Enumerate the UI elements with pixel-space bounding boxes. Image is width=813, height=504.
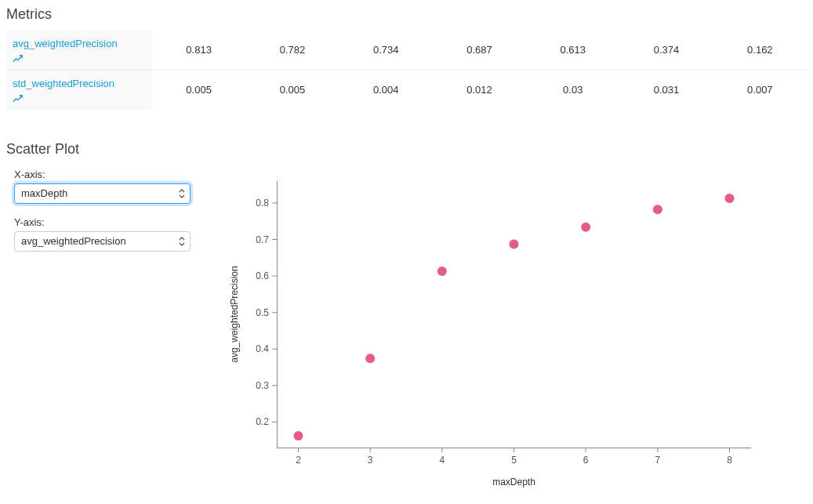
y-tick-label: 0.2	[256, 416, 269, 427]
y-tick-label: 0.5	[256, 306, 269, 317]
x-tick-label: 2	[296, 455, 301, 466]
y-tick-label: 0.6	[256, 270, 269, 281]
x-axis-select[interactable]: maxDepth	[14, 183, 191, 204]
x-tick-label: 7	[655, 455, 660, 466]
x-tick-label: 5	[511, 455, 517, 466]
metric-value: 0.734	[339, 31, 433, 70]
metric-value: 0.007	[713, 70, 807, 109]
metric-value: 0.005	[152, 70, 245, 109]
data-point[interactable]	[725, 193, 735, 202]
metric-name-cell: std_weightedPrecision	[6, 70, 152, 109]
scatter-chart[interactable]: 0.20.30.40.50.60.70.82345678maxDepthavg_…	[218, 165, 807, 502]
x-axis-label: X-axis:	[14, 169, 218, 180]
x-axis-select-value: maxDepth	[21, 187, 67, 199]
metric-name-cell: avg_weightedPrecision	[6, 31, 152, 70]
y-tick-label: 0.8	[256, 197, 269, 208]
data-point[interactable]	[581, 222, 590, 231]
metric-value: 0.162	[713, 31, 807, 70]
metric-value: 0.374	[619, 31, 713, 70]
select-arrows-icon	[177, 187, 187, 200]
data-point[interactable]	[653, 205, 662, 214]
data-point[interactable]	[510, 239, 519, 248]
data-point[interactable]	[365, 354, 375, 363]
metrics-heading: Metrics	[6, 6, 807, 23]
metric-value: 0.687	[433, 31, 526, 70]
y-axis-title: avg_weightedPrecision	[229, 266, 240, 362]
scatter-heading: Scatter Plot	[6, 141, 807, 158]
data-point[interactable]	[294, 431, 303, 441]
metric-value: 0.005	[245, 70, 339, 109]
metric-value: 0.782	[245, 31, 339, 70]
metric-value: 0.813	[152, 31, 245, 70]
table-row: std_weightedPrecision0.0050.0050.0040.01…	[6, 70, 807, 109]
metrics-table: avg_weightedPrecision0.8130.7820.7340.68…	[6, 31, 807, 110]
metric-value: 0.031	[619, 70, 713, 109]
select-arrows-icon	[177, 235, 187, 248]
line-chart-icon[interactable]	[13, 54, 24, 63]
metric-link[interactable]: std_weightedPrecision	[13, 77, 146, 91]
metric-value: 0.004	[339, 70, 433, 109]
metric-value: 0.613	[526, 31, 619, 70]
y-axis-select[interactable]: avg_weightedPrecision	[14, 231, 191, 252]
line-chart-icon[interactable]	[13, 94, 24, 103]
x-tick-label: 6	[583, 455, 589, 466]
metric-value: 0.03	[526, 70, 619, 109]
scatter-controls: X-axis: maxDepth Y-axis: avg_weightedPre…	[6, 165, 218, 264]
y-axis-label: Y-axis:	[14, 216, 218, 228]
x-tick-label: 3	[368, 455, 373, 466]
y-tick-label: 0.3	[256, 379, 269, 390]
x-tick-label: 8	[727, 455, 732, 466]
table-row: avg_weightedPrecision0.8130.7820.7340.68…	[6, 31, 807, 70]
y-tick-label: 0.7	[256, 234, 269, 245]
x-axis-title: maxDepth	[492, 477, 535, 488]
metric-link[interactable]: avg_weightedPrecision	[13, 37, 146, 51]
metric-value: 0.012	[433, 70, 526, 109]
y-tick-label: 0.4	[256, 343, 269, 354]
y-axis-select-value: avg_weightedPrecision	[21, 235, 126, 247]
data-point[interactable]	[437, 267, 447, 276]
x-tick-label: 4	[439, 455, 445, 466]
